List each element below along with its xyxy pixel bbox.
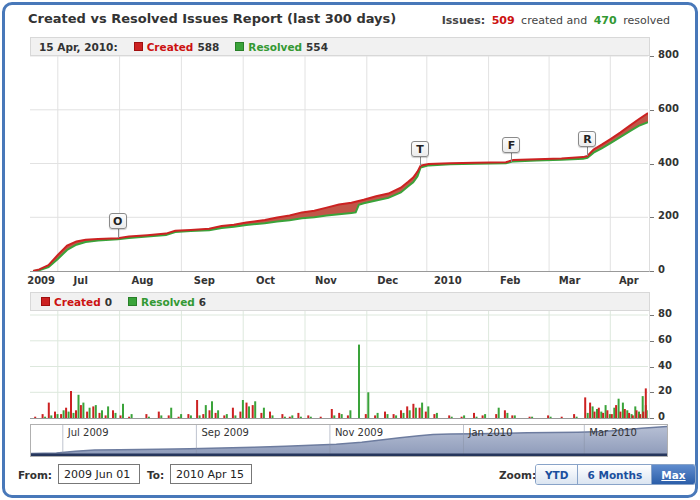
- zoom-button-ytd[interactable]: YTD: [536, 465, 577, 484]
- daily-created-bar: [269, 412, 271, 418]
- x-tick-label: Feb: [500, 275, 520, 286]
- issues-resolved-count: 470: [594, 14, 617, 27]
- daily-created-bar: [120, 415, 122, 418]
- daily-created-bar: [80, 405, 82, 418]
- daily-created-bar: [628, 413, 630, 418]
- event-flag-O[interactable]: O: [109, 213, 127, 229]
- y-tick-mark: [650, 367, 654, 368]
- daily-created-bar: [48, 403, 50, 418]
- y-tick-label: 40: [658, 360, 672, 371]
- navigator-month-label: Sep 2009: [201, 427, 248, 438]
- daily-created-bar: [384, 412, 386, 418]
- daily-created-bar: [70, 391, 72, 418]
- zoom-button-max[interactable]: Max: [651, 465, 694, 484]
- daily-created-bar: [374, 415, 376, 418]
- y-tick-mark: [650, 341, 654, 342]
- daily-created-bar: [331, 409, 333, 418]
- daily-created-bar: [42, 414, 44, 418]
- x-tick-label: Nov: [315, 275, 337, 286]
- legend-created-label: Created: [147, 41, 194, 53]
- zoom-button-6months[interactable]: 6 Months: [577, 465, 651, 484]
- daily-resolved-bar: [409, 410, 411, 418]
- daily-created-bar: [547, 415, 549, 418]
- daily-created-bar: [281, 414, 283, 418]
- daily-created-bar: [289, 417, 291, 418]
- resolved-swatch-icon: [235, 42, 244, 51]
- daily-created-bar: [482, 415, 484, 418]
- daily-created-bar: [196, 400, 198, 418]
- daily-resolved-bar: [613, 408, 615, 418]
- daily-resolved-bar: [596, 409, 598, 418]
- daily-resolved-bar: [387, 414, 389, 418]
- from-date-input[interactable]: [58, 464, 140, 484]
- daily-resolved-bar: [115, 413, 117, 418]
- daily-resolved-bar: [199, 415, 201, 418]
- daily-created-bar: [594, 412, 596, 418]
- bar-legend-created-value: 0: [105, 296, 112, 308]
- daily-resolved-bar: [358, 345, 360, 418]
- daily-created-bar: [112, 410, 114, 418]
- daily-created-bar: [412, 404, 414, 418]
- daily-resolved-bar: [609, 414, 611, 418]
- x-tick-label: Jul: [74, 275, 88, 286]
- flag-stem: [511, 153, 512, 162]
- daily-resolved-bar: [234, 415, 236, 418]
- y-tick-label: 800: [658, 49, 679, 60]
- y-tick-mark: [650, 418, 654, 419]
- daily-resolved-bar: [605, 405, 607, 418]
- daily-created-bar: [223, 415, 225, 418]
- issues-created-text: created and: [521, 14, 587, 27]
- created-swatch-icon: [134, 42, 143, 51]
- daily-resolved-bar: [333, 415, 335, 418]
- bar-legend-resolved-value: 6: [199, 296, 206, 308]
- daily-resolved-bar: [68, 412, 70, 418]
- daily-resolved-bar: [436, 413, 438, 418]
- daily-created-bar: [252, 405, 254, 418]
- daily-created-bar: [365, 414, 367, 418]
- event-flag-F[interactable]: F: [502, 137, 520, 153]
- daily-bar-chart-plot[interactable]: [30, 311, 650, 419]
- daily-resolved-bar: [272, 415, 274, 418]
- to-date-input[interactable]: [170, 464, 252, 484]
- daily-resolved-bar: [44, 417, 46, 418]
- daily-created-bar: [393, 414, 395, 418]
- daily-created-bar: [215, 413, 217, 418]
- bar-legend-resolved-label: Resolved: [141, 296, 195, 308]
- y-tick-mark: [650, 315, 654, 316]
- navigator-month-label: Mar 2010: [589, 427, 637, 438]
- daily-created-bar: [297, 413, 299, 418]
- daily-resolved-bar: [89, 408, 91, 418]
- daily-resolved-bar: [592, 406, 594, 418]
- daily-created-bar: [209, 410, 211, 418]
- daily-created-bar: [511, 415, 513, 418]
- daily-created-bar: [246, 403, 248, 418]
- daily-created-bar: [158, 412, 160, 418]
- daily-created-bar: [473, 413, 475, 418]
- event-flag-T[interactable]: T: [411, 141, 429, 157]
- daily-resolved-bar: [148, 417, 150, 418]
- daily-resolved-bar: [415, 408, 417, 418]
- daily-created-bar: [202, 414, 204, 418]
- daily-resolved-bar: [395, 415, 397, 418]
- daily-created-bar: [615, 405, 617, 418]
- daily-created-bar: [168, 415, 170, 418]
- daily-created-bar: [187, 414, 189, 418]
- daily-resolved-bar: [506, 413, 508, 418]
- daily-created-bar: [425, 412, 427, 418]
- page-title: Created vs Resolved Issues Report (last …: [28, 11, 396, 26]
- daily-resolved-bar: [300, 417, 302, 418]
- y-tick-label: 60: [658, 334, 672, 345]
- daily-resolved-bar: [647, 410, 648, 418]
- daily-resolved-bar: [63, 410, 65, 418]
- main-chart-plot[interactable]: OTFR: [30, 56, 650, 272]
- daily-resolved-bar: [476, 417, 478, 418]
- daily-resolved-bar: [160, 415, 162, 418]
- daily-resolved-bar: [57, 414, 59, 418]
- daily-created-bar: [320, 417, 322, 418]
- daily-resolved-bar: [226, 414, 228, 418]
- event-flag-R[interactable]: R: [578, 131, 596, 147]
- daily-resolved-bar: [170, 408, 172, 418]
- daily-created-bar: [75, 410, 77, 418]
- timeline-navigator[interactable]: Jul 2009Sep 2009Nov 2009Jan 2010Mar 2010: [30, 424, 668, 457]
- daily-resolved-bar: [291, 415, 293, 418]
